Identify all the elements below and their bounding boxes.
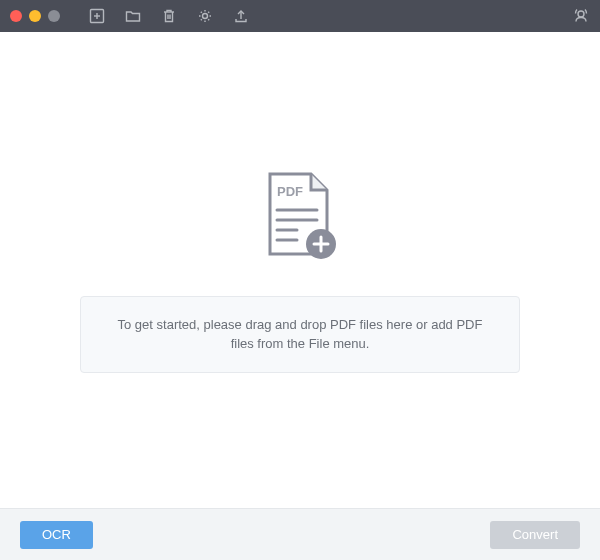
ocr-button[interactable]: OCR: [20, 521, 93, 549]
support-icon[interactable]: [572, 7, 590, 25]
svg-point-4: [578, 11, 584, 17]
drop-instruction-box: To get started, please drag and drop PDF…: [80, 296, 520, 373]
bottom-bar: OCR Convert: [0, 508, 600, 560]
convert-button: Convert: [490, 521, 580, 549]
maximize-window-button[interactable]: [48, 10, 60, 22]
pdf-add-icon: PDF: [255, 168, 345, 272]
export-icon[interactable]: [232, 7, 250, 25]
pdf-label: PDF: [277, 184, 303, 199]
gear-icon[interactable]: [196, 7, 214, 25]
minimize-window-button[interactable]: [29, 10, 41, 22]
window-controls: [10, 10, 60, 22]
close-window-button[interactable]: [10, 10, 22, 22]
svg-point-3: [203, 14, 208, 19]
instruction-text: To get started, please drag and drop PDF…: [118, 317, 483, 352]
folder-icon[interactable]: [124, 7, 142, 25]
main-area[interactable]: PDF To get started, please drag and drop…: [0, 32, 600, 508]
trash-icon[interactable]: [160, 7, 178, 25]
toolbar: [88, 7, 250, 25]
titlebar: [0, 0, 600, 32]
add-file-icon[interactable]: [88, 7, 106, 25]
